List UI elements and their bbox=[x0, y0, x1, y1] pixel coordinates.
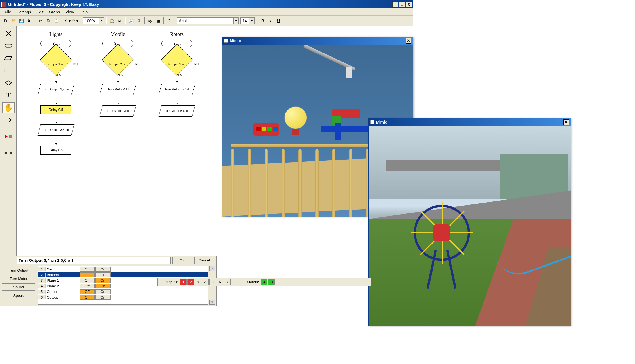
output-indicator[interactable]: 2 bbox=[187, 279, 194, 285]
output-indicator[interactable]: 8 bbox=[231, 279, 238, 285]
delay-node[interactable]: Delay 0.5 bbox=[40, 105, 71, 114]
table-row[interactable]: 5OutputOffOn bbox=[38, 289, 208, 294]
font-select[interactable]: ▼ bbox=[177, 17, 239, 24]
table-row[interactable]: 2BalloonOffOn bbox=[38, 272, 208, 277]
help-icon[interactable]: ? bbox=[166, 17, 173, 24]
off-button[interactable]: Off bbox=[80, 284, 95, 288]
text-tool[interactable]: T bbox=[2, 90, 15, 101]
close-icon[interactable]: ✕ bbox=[406, 38, 411, 44]
undo-icon[interactable]: ↶ ▾ bbox=[64, 17, 71, 24]
menu-edit[interactable]: Edit bbox=[34, 9, 46, 15]
close-icon[interactable]: ✕ bbox=[563, 119, 569, 125]
open-icon[interactable]: 📂 bbox=[10, 17, 17, 24]
speak-button[interactable]: Speak bbox=[2, 292, 35, 299]
off-button[interactable]: Off bbox=[80, 267, 95, 272]
hand-tool[interactable]: ✋ bbox=[2, 102, 15, 113]
diamond-tool[interactable] bbox=[2, 78, 15, 88]
off-button[interactable]: Off bbox=[80, 289, 95, 294]
chevron-down-icon[interactable]: ▼ bbox=[233, 18, 238, 24]
off-button[interactable]: Off bbox=[80, 272, 95, 277]
on-button[interactable]: On bbox=[95, 289, 111, 294]
menu-view[interactable]: View bbox=[63, 9, 76, 15]
process-node[interactable]: Turn Motor A fd bbox=[100, 84, 136, 95]
font-input[interactable] bbox=[177, 18, 233, 24]
minimize-button[interactable]: _ bbox=[392, 1, 398, 8]
process-node[interactable]: Turn Motor A off bbox=[100, 105, 136, 117]
fontsize-select[interactable]: ▼ bbox=[240, 17, 255, 24]
maximize-button[interactable]: □ bbox=[399, 1, 405, 8]
decision-node[interactable]: Is Input 3 on NO YES bbox=[161, 58, 192, 72]
output-indicator[interactable]: 6 bbox=[217, 279, 223, 285]
turn-output-button[interactable]: Turn Output bbox=[2, 267, 35, 274]
on-button[interactable]: On bbox=[95, 284, 111, 288]
off-button[interactable]: Off bbox=[80, 295, 95, 300]
output-indicator[interactable]: 5 bbox=[209, 279, 216, 285]
on-button[interactable]: On bbox=[95, 295, 111, 300]
chevron-down-icon[interactable]: ▼ bbox=[249, 18, 254, 24]
table-row[interactable]: 6OutputOffOn bbox=[38, 294, 208, 300]
save-icon[interactable]: 💾 bbox=[18, 17, 25, 24]
mimic-titlebar[interactable]: Mimic ✕ bbox=[222, 37, 413, 45]
process-node[interactable]: Turn Output 3,4 off bbox=[38, 124, 75, 136]
decision-node[interactable]: Is Input 2 on NO YES bbox=[102, 58, 133, 72]
monitor-icon[interactable]: 🖥 bbox=[135, 17, 143, 24]
close-button[interactable]: X bbox=[406, 1, 412, 8]
process-node[interactable]: Turn Motor B,C fd bbox=[159, 84, 195, 95]
underline-button[interactable]: U bbox=[275, 17, 282, 24]
menu-graph[interactable]: Graph bbox=[47, 9, 62, 15]
mimic-window-seaside[interactable]: Mimic ✕ bbox=[368, 118, 571, 326]
turn-motor-button[interactable]: Turn Motor bbox=[2, 275, 35, 282]
output-indicator[interactable]: 1 bbox=[180, 279, 187, 285]
bold-button[interactable]: B bbox=[259, 17, 266, 24]
paste-icon[interactable]: 📋 bbox=[53, 17, 60, 24]
graph-icon[interactable]: 📈 bbox=[127, 17, 135, 24]
redo-icon[interactable]: ↷ ▾ bbox=[72, 17, 79, 24]
on-button[interactable]: On bbox=[95, 267, 111, 272]
run-stop-tool[interactable] bbox=[2, 131, 15, 142]
cut-icon[interactable]: ✂ bbox=[37, 17, 44, 24]
on-button[interactable]: On bbox=[95, 272, 111, 277]
decision-node[interactable]: Is Input 1 on NO YES bbox=[40, 58, 71, 72]
delay-node[interactable]: Delay 0.5 bbox=[40, 146, 71, 155]
process-node[interactable]: Turn Motor B,C off bbox=[159, 105, 195, 117]
scroll-up-icon[interactable]: ▲ bbox=[209, 266, 215, 271]
menu-file[interactable]: File bbox=[3, 9, 13, 15]
mimic-icon[interactable]: 🏠 bbox=[108, 17, 116, 24]
row-name: Car bbox=[46, 267, 79, 271]
motor-indicator[interactable]: A bbox=[261, 279, 267, 285]
terminator-tool[interactable] bbox=[2, 40, 15, 51]
motor-indicator[interactable]: B bbox=[268, 279, 275, 285]
zoom-input[interactable] bbox=[83, 18, 99, 24]
sound-button[interactable]: Sound bbox=[2, 283, 35, 291]
arrow-tool[interactable] bbox=[2, 115, 15, 125]
menu-settings[interactable]: Settings bbox=[15, 9, 33, 15]
variables-icon[interactable]: xy bbox=[147, 17, 154, 24]
parallelogram-tool[interactable] bbox=[2, 53, 15, 63]
ok-button[interactable]: OK bbox=[172, 257, 192, 264]
off-button[interactable]: Off bbox=[80, 278, 95, 283]
connect-tool[interactable] bbox=[2, 148, 15, 158]
print-icon[interactable]: 🖶 bbox=[26, 17, 33, 24]
on-button[interactable]: On bbox=[95, 278, 111, 283]
cancel-button[interactable]: Cancel bbox=[194, 257, 214, 264]
rectangle-tool[interactable] bbox=[2, 65, 15, 76]
table-row[interactable]: 1CarOffOn bbox=[38, 266, 208, 272]
italic-button[interactable]: I bbox=[267, 17, 274, 24]
mimic2-icon[interactable]: 🏘 bbox=[116, 17, 123, 24]
menubar: File Settings Edit Graph View Help bbox=[0, 8, 413, 16]
table-icon[interactable]: ▦ bbox=[154, 17, 162, 24]
process-node[interactable]: Turn Output 3,4 on bbox=[38, 84, 75, 95]
mimic-titlebar[interactable]: Mimic ✕ bbox=[369, 118, 571, 126]
delete-tool[interactable] bbox=[2, 28, 15, 39]
scroll-down-icon[interactable]: ▼ bbox=[209, 300, 215, 305]
zoom-select[interactable]: ▼ bbox=[83, 17, 104, 24]
fontsize-input[interactable] bbox=[241, 18, 249, 24]
output-indicator[interactable]: 3 bbox=[195, 279, 201, 285]
copy-icon[interactable]: ⧉ bbox=[45, 17, 52, 24]
chevron-down-icon[interactable]: ▼ bbox=[99, 18, 104, 24]
output-indicator[interactable]: 7 bbox=[224, 279, 231, 285]
menu-help[interactable]: Help bbox=[77, 9, 90, 15]
statusbar: Outputs: 12345678 Motors: AB bbox=[157, 278, 371, 286]
new-icon[interactable]: 🗋 bbox=[2, 17, 9, 24]
output-indicator[interactable]: 4 bbox=[202, 279, 209, 285]
